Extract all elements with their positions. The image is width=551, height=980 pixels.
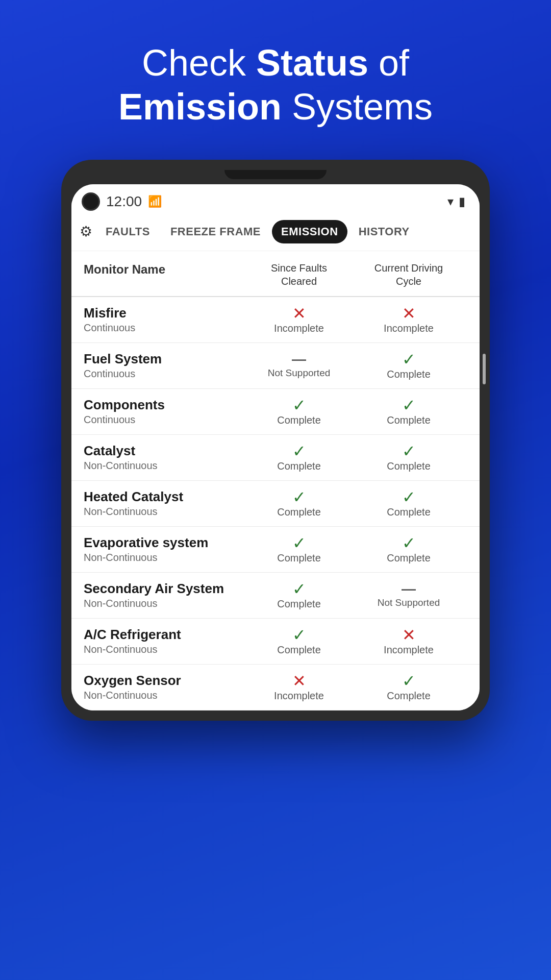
current-cycle-cell: ✓Complete bbox=[350, 443, 467, 472]
monitor-name-cell: Secondary Air SystemNon-Continuous bbox=[84, 581, 248, 609]
current-cycle-cell: ✓Complete bbox=[350, 351, 467, 380]
table-body: MisfireContinuous✕Incomplete✕IncompleteF… bbox=[71, 297, 480, 710]
table-row: A/C RefrigerantNon-Continuous✓Complete✕I… bbox=[71, 619, 480, 665]
current-cycle-cell: ✓Complete bbox=[350, 535, 467, 564]
monitor-name-cell: Heated CatalystNon-Continuous bbox=[84, 489, 248, 518]
phone-mockup: 12:00 📶 ▾ ▮ ⚙ Faults Freeze Frame Emissi… bbox=[61, 160, 490, 721]
tab-faults[interactable]: Faults bbox=[96, 220, 159, 243]
col-header-since: Since FaultsCleared bbox=[248, 261, 350, 288]
table-row: Evaporative systemNon-Continuous✓Complet… bbox=[71, 527, 480, 573]
since-faults-cell: ✓Complete bbox=[248, 581, 350, 610]
monitor-name-cell: CatalystNon-Continuous bbox=[84, 443, 248, 472]
monitor-name-cell: Evaporative systemNon-Continuous bbox=[84, 535, 248, 564]
table-row: Secondary Air SystemNon-Continuous✓Compl… bbox=[71, 573, 480, 619]
col-header-current: Current DrivingCycle bbox=[350, 261, 467, 288]
current-cycle-cell: ✕Incomplete bbox=[350, 627, 467, 656]
tab-emission[interactable]: Emission bbox=[272, 220, 347, 243]
table-row: MisfireContinuous✕Incomplete✕Incomplete bbox=[71, 297, 480, 343]
monitor-table: Monitor Name Since FaultsCleared Current… bbox=[71, 251, 480, 710]
hero-section: Check Status of Emission Systems bbox=[88, 0, 463, 160]
since-faults-cell: ✓Complete bbox=[248, 627, 350, 656]
current-cycle-cell: —Not Supported bbox=[350, 582, 467, 608]
since-faults-cell: ✓Complete bbox=[248, 535, 350, 564]
since-faults-cell: ✓Complete bbox=[248, 397, 350, 426]
current-cycle-cell: ✓Complete bbox=[350, 489, 467, 518]
status-time: 12:00 bbox=[106, 193, 142, 210]
tab-freeze-frame[interactable]: Freeze Frame bbox=[161, 220, 270, 243]
since-faults-cell: ✕Incomplete bbox=[248, 673, 350, 702]
battery-icon: ▮ bbox=[459, 194, 465, 209]
monitor-name-cell: Fuel SystemContinuous bbox=[84, 351, 248, 380]
table-row: CatalystNon-Continuous✓Complete✓Complete bbox=[71, 435, 480, 481]
since-faults-cell: ✕Incomplete bbox=[248, 305, 350, 334]
status-bar: 12:00 📶 ▾ ▮ bbox=[71, 184, 480, 215]
wifi-icon: ▾ bbox=[447, 194, 454, 209]
monitor-name-cell: A/C RefrigerantNon-Continuous bbox=[84, 627, 248, 655]
hero-status-word: Status bbox=[256, 42, 368, 83]
table-row: Oxygen SensorNon-Continuous✕Incomplete✓C… bbox=[71, 665, 480, 710]
camera-dot bbox=[82, 192, 100, 211]
since-faults-cell: ✓Complete bbox=[248, 489, 350, 518]
scroll-indicator bbox=[483, 354, 486, 384]
table-row: Fuel SystemContinuous—Not Supported✓Comp… bbox=[71, 343, 480, 389]
current-cycle-cell: ✓Complete bbox=[350, 397, 467, 426]
table-row: Heated CatalystNon-Continuous✓Complete✓C… bbox=[71, 481, 480, 527]
phone-screen: 12:00 📶 ▾ ▮ ⚙ Faults Freeze Frame Emissi… bbox=[71, 184, 480, 710]
tab-history[interactable]: History bbox=[349, 220, 419, 243]
monitor-name-cell: MisfireContinuous bbox=[84, 305, 248, 334]
nav-tabs: ⚙ Faults Freeze Frame Emission History bbox=[71, 215, 480, 251]
since-faults-cell: —Not Supported bbox=[248, 352, 350, 379]
table-row: ComponentsContinuous✓Complete✓Complete bbox=[71, 389, 480, 435]
obd-icon: ⚙ bbox=[80, 223, 92, 240]
phone-notch bbox=[224, 170, 327, 179]
monitor-name-cell: Oxygen SensorNon-Continuous bbox=[84, 673, 248, 701]
since-faults-cell: ✓Complete bbox=[248, 443, 350, 472]
signal-icon: 📶 bbox=[148, 195, 162, 208]
hero-emission-word: Emission bbox=[118, 86, 282, 127]
col-header-name: Monitor Name bbox=[84, 261, 248, 288]
current-cycle-cell: ✕Incomplete bbox=[350, 305, 467, 334]
monitor-name-cell: ComponentsContinuous bbox=[84, 397, 248, 426]
current-cycle-cell: ✓Complete bbox=[350, 673, 467, 702]
table-header: Monitor Name Since FaultsCleared Current… bbox=[71, 251, 480, 297]
